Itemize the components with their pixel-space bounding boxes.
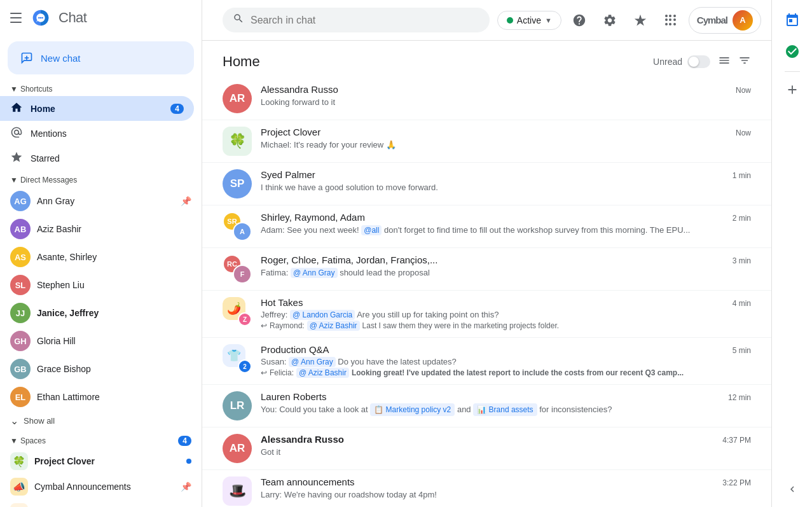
app-title: Chat	[58, 10, 86, 26]
mentions-icon	[10, 126, 23, 141]
chat-time: 4:37 PM	[722, 436, 751, 445]
spaces-item-clover-leads[interactable]: 📎 Clover Leads 📌	[0, 499, 202, 507]
chat-time: 3 min	[733, 256, 751, 265]
chat-body: Shirley, Raymond, Adam 2 min Adam: See y…	[261, 212, 751, 237]
chat-item[interactable]: SR A Shirley, Raymond, Adam 2 min Adam: …	[202, 205, 771, 248]
home-icon	[10, 101, 23, 116]
dm-item-ethan-lattimore[interactable]: EL Ethan Lattimore	[0, 383, 202, 411]
page-title: Home	[223, 53, 260, 70]
avatar: AB	[10, 219, 31, 239]
search-input[interactable]	[251, 15, 479, 26]
mention-tag: @ Ann Gray	[289, 357, 336, 367]
chat-item[interactable]: LR Lauren Roberts 12 min You: Could you …	[202, 385, 771, 427]
chat-item[interactable]: RC F Roger, Chloe, Fatima, Jordan, Franç…	[202, 248, 771, 291]
avatar-badge: 2	[238, 359, 252, 373]
user-avatar: A	[733, 10, 753, 31]
settings-button[interactable]	[597, 8, 623, 33]
spaces-section[interactable]: ▼ Spaces 4	[0, 431, 202, 448]
chat-name: Production Q&A	[261, 344, 329, 355]
dm-item-ann-gray[interactable]: AG Ann Gray 📌	[0, 187, 202, 215]
unread-toggle[interactable]: Unread	[653, 55, 710, 68]
home-header: Home Unread	[202, 41, 771, 78]
toggle-knob	[689, 57, 699, 67]
chat-preview: I think we have a good solution to move …	[261, 181, 738, 194]
dm-item-aziz-bashir[interactable]: AB Aziz Bashir	[0, 215, 202, 243]
chat-body: Project Clover Now Michael: It's ready f…	[261, 127, 751, 151]
expand-icon: ⌄	[10, 415, 18, 427]
chat-item[interactable]: 👕 2 Production Q&A 5 min Susan: @ Ann Gr…	[202, 338, 771, 385]
chat-body: Hot Takes 4 min Jeffrey: @ Landon Garcia…	[261, 297, 751, 331]
add-button[interactable]	[780, 77, 805, 102]
right-bar	[771, 0, 812, 507]
reply-icon: ↩	[261, 321, 267, 330]
chat-preview: Susan: @ Ann Gray Do you have the latest…	[261, 356, 751, 368]
show-all-dm[interactable]: ⌄ Show all	[0, 411, 202, 431]
avatar: SP	[223, 169, 252, 198]
spaces-item-cymbal[interactable]: 📣 Cymbal Announcements 📌	[0, 474, 202, 499]
sparkle-button[interactable]	[628, 8, 653, 33]
group-avatar: RC F	[223, 254, 252, 284]
avatar: AR	[223, 84, 252, 113]
avatar: AS	[10, 247, 31, 267]
filter-icon[interactable]	[738, 54, 751, 70]
sidebar-header: Chat	[0, 0, 202, 36]
home-controls: Unread	[653, 54, 751, 70]
chat-time: 5 min	[733, 346, 751, 355]
avatar: AR	[223, 434, 252, 463]
hamburger-menu[interactable]	[8, 10, 23, 25]
space-avatar: 🎩	[223, 476, 252, 506]
profile-area[interactable]: Cymbal A	[689, 7, 761, 34]
avatar: LR	[223, 391, 252, 420]
sidebar-item-home[interactable]: Home 4	[0, 96, 194, 121]
chevron-down-icon: ▼	[10, 436, 18, 445]
search-icon	[233, 13, 244, 27]
dm-item-gloria-hill[interactable]: GH Gloria Hill	[0, 327, 202, 355]
calendar-icon[interactable]	[778, 5, 807, 34]
space-icon: 📎	[10, 503, 28, 507]
tasks-icon[interactable]	[778, 37, 807, 66]
chat-name: Lauren Roberts	[261, 391, 326, 402]
dm-item-janice-jeffrey[interactable]: JJ Janice, Jeffrey	[0, 299, 202, 327]
chat-name: Hot Takes	[261, 297, 303, 308]
chat-item[interactable]: AR Alessandra Russo 4:37 PM Got it	[202, 427, 771, 470]
chat-item[interactable]: 🍀 Project Clover Now Michael: It's ready…	[202, 120, 771, 163]
chevron-down-icon: ▼	[10, 176, 18, 184]
chat-body: Lauren Roberts 12 min You: Could you tak…	[261, 391, 751, 416]
reply-icon: ↩	[261, 368, 267, 377]
sidebar-item-mentions[interactable]: Mentions	[0, 121, 194, 146]
chat-item[interactable]: AR Alessandra Russo Now Looking forward …	[202, 78, 771, 120]
chat-name: Shirley, Raymond, Adam	[261, 212, 365, 223]
dm-item-grace-bishop[interactable]: GB Grace Bishop	[0, 355, 202, 383]
chat-item[interactable]: 🌶️ Z Hot Takes 4 min Jeffrey: @ Landon G…	[202, 291, 771, 338]
reply-line: ↩ Raymond: @ Aziz Bashir Last I saw them…	[261, 321, 751, 331]
status-button[interactable]: Active ▼	[497, 11, 561, 30]
chat-item[interactable]: SP Syed Palmer 1 min I think we have a g…	[202, 163, 771, 205]
shortcuts-section[interactable]: ▼ Shortcuts	[0, 80, 202, 96]
status-dot	[507, 17, 513, 24]
avatar: SL	[10, 275, 31, 295]
chat-name: Syed Palmer	[261, 169, 315, 180]
sidebar-item-starred[interactable]: Starred	[0, 146, 194, 170]
toggle-switch[interactable]	[687, 55, 710, 68]
chat-time: 2 min	[733, 214, 751, 223]
pin-icon: 📌	[181, 482, 191, 492]
chevron-down-icon: ▼	[10, 85, 18, 94]
mention-tag: @ Ann Gray	[291, 268, 338, 278]
content-area: Home Unread AR	[202, 41, 771, 507]
spaces-item-project-clover[interactable]: 🍀 Project Clover	[0, 448, 202, 474]
apps-button[interactable]	[658, 8, 684, 33]
expand-panel-button[interactable]	[780, 476, 805, 502]
main-area: Active ▼ Cymbal	[202, 0, 771, 507]
space-icon: 📣	[10, 478, 28, 496]
header-actions: Active ▼ Cymbal	[497, 7, 761, 34]
dm-item-stephen-liu[interactable]: SL Stephen Liu	[0, 271, 202, 299]
new-chat-button[interactable]: New chat	[8, 41, 194, 74]
dm-item-asante-shirley[interactable]: AS Asante, Shirley	[0, 243, 202, 271]
list-view-icon[interactable]	[718, 54, 731, 70]
chat-item[interactable]: 🎩 Team announcements 3:22 PM Larry: We'r…	[202, 470, 771, 507]
search-bar[interactable]	[223, 8, 490, 32]
pin-icon: 📌	[181, 196, 191, 206]
dm-section[interactable]: ▼ Direct Messages	[0, 170, 202, 187]
avatar: GB	[10, 359, 31, 379]
help-button[interactable]	[567, 8, 592, 33]
